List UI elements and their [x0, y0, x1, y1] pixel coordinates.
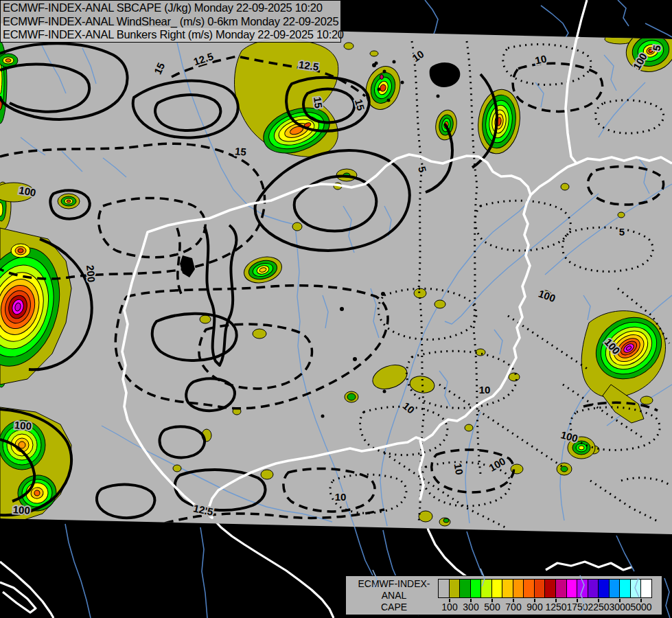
contour-label: 10 [479, 384, 491, 396]
map-canvas: 1512.512.51515151010510020010010012.5101… [0, 0, 672, 618]
contour-label: 10 [335, 491, 347, 503]
legend-param-label: CAPE [350, 602, 438, 613]
legend-swatch [631, 580, 642, 597]
legend-tick-label: 1750 [566, 602, 588, 613]
legend-units-label: J/kg [350, 613, 438, 618]
legend-tick-label: 300 [463, 602, 478, 613]
legend-tick-row: 10030050070090012501750225030005000 [439, 599, 652, 614]
title-line-windshear: ECMWF-INDEX-ANAL WindShear_ (m/s) 0-6km … [3, 15, 338, 29]
legend-swatch [535, 580, 546, 597]
legend-swatch [588, 580, 599, 597]
legend-swatch [481, 580, 492, 597]
title-line-sbcape: ECMWF-INDEX-ANAL SBCAPE (J/kg) Monday 22… [3, 1, 338, 15]
contour-label: 5 [619, 226, 625, 238]
contour-label: 15 [234, 145, 246, 157]
data-domain [0, 23, 672, 534]
legend-swatch [492, 580, 503, 597]
legend-swatch [599, 580, 610, 597]
contour-label: 100 [12, 503, 30, 516]
legend-tick-label: 500 [484, 602, 500, 613]
legend-tick-label: 1250 [545, 602, 566, 613]
weather-map-figure: 1512.512.51515151010510020010010012.5101… [0, 0, 672, 618]
contour-label: 15 [312, 96, 325, 109]
legend-swatch [610, 580, 621, 597]
contour-label: 10 [534, 53, 548, 67]
legend-swatch [460, 580, 471, 597]
legend-tick-label: 900 [526, 602, 542, 613]
contour-label: 200 [84, 264, 97, 282]
legend-tick-label: 700 [505, 602, 521, 613]
legend-titles: ECMWF-INDEX-ANAL CAPE J/kg [350, 578, 438, 618]
legend-tick-label: 2250 [588, 602, 609, 613]
legend-swatch [567, 580, 578, 597]
legend-swatch [450, 580, 461, 597]
title-line-bunkers: ECMWF-INDEX-ANAL Bunkers Right (m/s) Mon… [3, 28, 338, 42]
legend-swatch [620, 580, 631, 597]
legend-swatch [439, 580, 450, 597]
legend-swatch [513, 580, 524, 597]
legend-tick-label: 5000 [630, 602, 651, 613]
legend-swatch [556, 580, 567, 597]
contour-label: 100 [14, 419, 32, 432]
title-box: ECMWF-INDEX-ANAL SBCAPE (J/kg) Monday 22… [0, 0, 341, 43]
legend-swatch [641, 580, 651, 597]
legend-tick-label: 3000 [609, 602, 630, 613]
legend-swatch [471, 580, 482, 597]
legend-swatch [502, 580, 513, 597]
contour-label: 10 [452, 462, 466, 475]
legend-swatch [545, 580, 556, 597]
cape-legend: ECMWF-INDEX-ANAL CAPE J/kg 1003005007009… [345, 575, 662, 615]
legend-tick-label: 100 [441, 602, 457, 613]
legend-swatch [524, 580, 535, 597]
legend-swatch [577, 580, 588, 597]
legend-model-label: ECMWF-INDEX-ANAL [350, 578, 438, 602]
legend-colorbar [438, 579, 652, 598]
